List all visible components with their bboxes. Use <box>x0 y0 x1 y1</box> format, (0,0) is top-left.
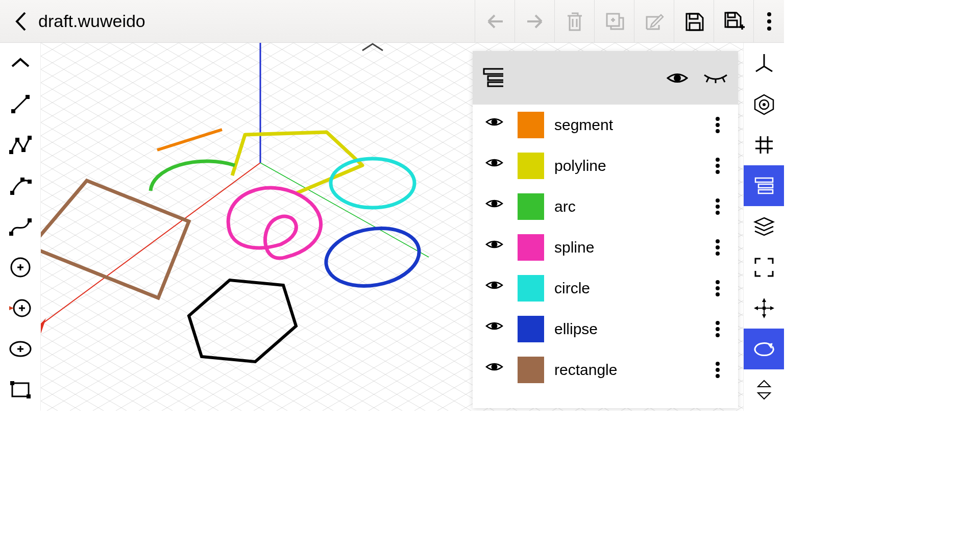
edit-button[interactable] <box>634 0 674 43</box>
svg-point-77 <box>716 280 720 284</box>
eye-icon[interactable] <box>485 280 503 297</box>
rectangle-tool[interactable] <box>0 369 41 410</box>
layer-row[interactable]: segment <box>473 105 738 145</box>
svg-marker-39 <box>758 381 770 387</box>
svg-point-64 <box>492 160 498 166</box>
more-vertical-icon[interactable] <box>715 239 730 256</box>
filename-label: draft.wuweido <box>38 11 145 31</box>
edit-icon <box>644 11 665 32</box>
back-button[interactable] <box>5 6 36 37</box>
svg-point-60 <box>492 119 498 125</box>
eye-icon[interactable] <box>485 116 503 134</box>
expand-tool[interactable] <box>744 369 784 410</box>
svg-point-28 <box>763 103 766 106</box>
svg-point-65 <box>716 158 720 162</box>
eye-icon[interactable] <box>485 239 503 257</box>
layer-color-swatch[interactable] <box>518 153 544 179</box>
svg-rect-23 <box>12 383 29 396</box>
svg-rect-9 <box>11 109 15 113</box>
layer-name-label: rectangle <box>554 361 715 379</box>
axis-tool[interactable] <box>744 43 784 84</box>
collapse-up-button[interactable] <box>0 43 41 84</box>
eye-icon[interactable] <box>485 320 503 338</box>
arc-icon <box>8 174 33 197</box>
delete-button[interactable] <box>554 0 594 43</box>
layer-row[interactable]: polyline <box>473 145 738 186</box>
svg-rect-13 <box>21 148 26 152</box>
svg-point-86 <box>716 368 720 372</box>
svg-rect-14 <box>28 136 32 140</box>
overflow-menu-button[interactable] <box>753 0 784 43</box>
svg-rect-10 <box>26 95 30 99</box>
eye-icon[interactable] <box>485 198 503 216</box>
svg-rect-12 <box>15 138 19 142</box>
svg-point-76 <box>492 282 498 288</box>
svg-point-81 <box>716 321 720 325</box>
svg-marker-32 <box>755 218 773 226</box>
layer-row[interactable]: spline <box>473 227 738 268</box>
view-tool[interactable] <box>744 84 784 124</box>
stack-tool[interactable] <box>744 206 784 247</box>
save-plus-icon <box>722 10 746 33</box>
layers-panel: segment polyline arc spline <box>473 51 738 408</box>
layers-panel-header <box>473 51 738 105</box>
copy-button[interactable] <box>594 0 634 43</box>
spline-tool[interactable] <box>0 206 41 247</box>
svg-rect-31 <box>758 190 773 193</box>
rotate-tool[interactable] <box>744 329 784 369</box>
grid-tool[interactable] <box>744 124 784 165</box>
svg-point-72 <box>492 241 498 247</box>
layer-color-swatch[interactable] <box>518 112 544 138</box>
save-as-button[interactable] <box>714 0 753 43</box>
layer-color-swatch[interactable] <box>518 275 544 302</box>
chevron-up-icon <box>10 57 31 69</box>
layer-color-swatch[interactable] <box>518 316 544 342</box>
svg-rect-1 <box>690 14 698 19</box>
more-vertical-icon[interactable] <box>715 361 730 379</box>
eye-icon[interactable] <box>485 361 503 379</box>
more-vertical-icon[interactable] <box>715 116 730 134</box>
more-vertical-icon[interactable] <box>715 198 730 215</box>
layers-list[interactable]: segment polyline arc spline <box>473 105 738 408</box>
arc-tool[interactable] <box>0 165 41 206</box>
more-vertical-icon[interactable] <box>715 157 730 174</box>
redo-button[interactable] <box>514 0 554 43</box>
grid-icon <box>753 134 775 156</box>
svg-point-6 <box>767 19 771 23</box>
layer-color-swatch[interactable] <box>518 357 544 383</box>
line-icon <box>9 93 32 115</box>
layers-tool[interactable] <box>744 165 784 206</box>
show-all-icon[interactable] <box>667 71 688 85</box>
layer-row[interactable]: ellipse <box>473 309 738 349</box>
hide-all-icon[interactable] <box>703 73 728 83</box>
circle-tool[interactable] <box>0 247 41 288</box>
svg-point-85 <box>716 362 720 366</box>
svg-marker-33 <box>762 298 766 302</box>
svg-rect-25 <box>27 394 31 398</box>
view-cube-icon <box>753 93 775 115</box>
layer-row[interactable]: arc <box>473 186 738 227</box>
undo-button[interactable] <box>475 0 514 43</box>
svg-rect-53 <box>484 69 503 74</box>
topbar-actions <box>475 0 784 42</box>
svg-point-79 <box>716 292 720 296</box>
polyline-tool[interactable] <box>0 124 41 165</box>
svg-point-63 <box>716 129 720 133</box>
circle-point-tool[interactable] <box>0 288 41 329</box>
ellipse-tool[interactable] <box>0 329 41 369</box>
move-tool[interactable] <box>744 288 784 329</box>
line-tool[interactable] <box>0 84 41 124</box>
layer-row[interactable]: rectangle <box>473 349 738 390</box>
rotate-icon <box>753 341 775 357</box>
svg-point-83 <box>716 333 720 337</box>
layer-row[interactable]: circle <box>473 268 738 309</box>
fullscreen-tool[interactable] <box>744 247 784 288</box>
svg-point-67 <box>716 170 720 174</box>
eye-icon[interactable] <box>485 157 503 175</box>
layer-color-swatch[interactable] <box>518 234 544 261</box>
save-button[interactable] <box>674 0 714 43</box>
more-vertical-icon[interactable] <box>715 280 730 297</box>
svg-rect-15 <box>10 191 14 195</box>
layer-color-swatch[interactable] <box>518 193 544 220</box>
more-vertical-icon[interactable] <box>715 320 730 338</box>
